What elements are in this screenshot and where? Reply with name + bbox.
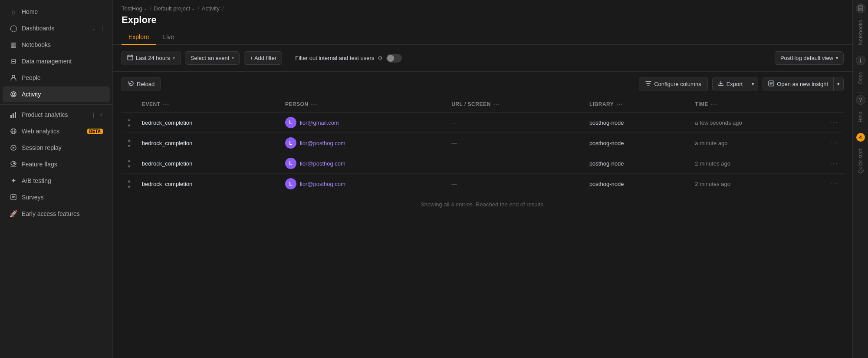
add-filter-button[interactable]: + Add filter [244, 51, 282, 65]
sidebar-item-label: Data management [22, 58, 103, 65]
notebooks-panel-icon[interactable] [856, 3, 865, 13]
event-filter-button[interactable]: Select an event ▾ [185, 51, 240, 65]
sidebar-item-ab-testing[interactable]: ✦ A/B testing [3, 173, 110, 189]
open-insight-button[interactable]: Open as new insight [763, 77, 833, 91]
url-col-options[interactable]: ··· [493, 101, 500, 108]
breadcrumb-project[interactable]: Default project ⌄ [154, 5, 195, 12]
row-options-button[interactable]: ··· [830, 119, 838, 126]
export-icon [718, 80, 724, 88]
svg-rect-3 [10, 115, 12, 118]
info-icon[interactable]: ℹ [856, 56, 865, 65]
table-row[interactable]: ▲ ▼ bedrock_completion L lior@posthog.co… [122, 174, 844, 194]
person-cell: L lior@posthog.com [280, 133, 446, 153]
time-filter-button[interactable]: Last 24 hours ▾ [122, 51, 181, 65]
help-panel-label[interactable]: Help [854, 106, 867, 128]
add-product-analytics-icon[interactable]: + [99, 111, 103, 118]
breadcrumb-activity[interactable]: Activity [202, 5, 220, 12]
person-cell: L lior@posthog.com [280, 153, 446, 174]
person-email[interactable]: lior@posthog.com [300, 140, 345, 146]
chevron-down-icon: ⌄ [92, 26, 95, 31]
expand-up-icon: ▲ [127, 158, 132, 163]
sidebar-item-dashboards[interactable]: ◯ Dashboards ⌄ | [3, 20, 110, 36]
time-col-options[interactable]: ··· [711, 101, 717, 108]
person-email[interactable]: lior@posthog.com [300, 181, 345, 187]
sidebar-item-home[interactable]: ⌂ Home [3, 4, 110, 20]
row-options-button[interactable]: ··· [830, 159, 838, 167]
configure-label: Configure columns [654, 81, 701, 87]
th-url: URL / SCREEN ··· [446, 96, 584, 113]
panel-sep3 [855, 130, 866, 130]
sidebar-item-activity[interactable]: Activity [3, 86, 110, 102]
event-name-cell: bedrock_completion [137, 133, 280, 153]
library-col-options[interactable]: ··· [616, 101, 623, 108]
export-button[interactable]: Export [713, 77, 748, 91]
sidebar-item-label: Activity [22, 91, 103, 98]
tab-explore[interactable]: Explore [122, 30, 156, 45]
activity-icon [10, 90, 17, 98]
event-col-options[interactable]: ··· [163, 101, 169, 108]
avatar: L [285, 178, 296, 189]
breadcrumb-testhog[interactable]: TestHog ⌄ [122, 5, 147, 12]
chevron-down-icon: ▾ [232, 56, 234, 60]
sidebar-item-people[interactable]: People [3, 70, 110, 86]
reload-button[interactable]: Reload [122, 77, 161, 91]
table-row[interactable]: ▲ ▼ bedrock_completion L lior@posthog.co… [122, 133, 844, 153]
person-email[interactable]: lior@gmail.com [300, 119, 339, 126]
notification-count[interactable]: 4 [856, 133, 865, 142]
export-dropdown-button[interactable]: ▾ [748, 77, 758, 91]
filter-out-toggle[interactable] [386, 54, 402, 63]
early-access-icon: 🚀 [10, 210, 17, 218]
event-filter-label: Select an event [191, 55, 230, 61]
docs-panel-label[interactable]: Docs [854, 67, 867, 89]
sidebar-item-session-replay[interactable]: Session replay [3, 140, 110, 156]
sidebar-item-feature-flags[interactable]: Feature flags [3, 156, 110, 172]
open-insight-label: Open as new insight [777, 81, 828, 87]
sidebar-item-label: Product analytics [22, 111, 87, 118]
sidebar-item-notebooks[interactable]: ▦ Notebooks [3, 37, 110, 53]
row-options-button[interactable]: ··· [830, 139, 838, 146]
feature-flags-icon [10, 160, 17, 168]
table-row[interactable]: ▲ ▼ bedrock_completion L lior@gmail.com … [122, 113, 844, 133]
th-time: TIME ··· [690, 96, 825, 113]
surveys-icon [10, 193, 17, 201]
sidebar-item-data-management[interactable]: ⊟ Data management [3, 53, 110, 69]
sidebar-item-label: Notebooks [22, 41, 103, 48]
table-header: EVENT ··· PERSON ··· URL / SCREEN [122, 96, 844, 113]
tab-live[interactable]: Live [156, 30, 181, 45]
row-expand-button[interactable]: ▲ ▼ [127, 137, 132, 149]
row-expand-button[interactable]: ▲ ▼ [127, 158, 132, 169]
configure-columns-button[interactable]: Configure columns [639, 77, 707, 91]
person-col-options[interactable]: ··· [311, 101, 318, 108]
sidebar-item-label: A/B testing [22, 177, 103, 184]
sidebar-item-label: Web analytics [22, 128, 83, 135]
insight-dropdown-button[interactable]: ▾ [833, 77, 843, 91]
pipe-separator: | [102, 25, 103, 31]
breadcrumb-sep: / [222, 5, 224, 12]
help-icon[interactable]: ? [856, 95, 865, 105]
sidebar-item-product-analytics[interactable]: Product analytics | + [3, 107, 110, 123]
svg-rect-5 [15, 112, 16, 118]
sidebar-item-label: Feature flags [22, 161, 103, 168]
sidebar-item-surveys[interactable]: Surveys [3, 189, 110, 205]
row-expand-button[interactable]: ▲ ▼ [127, 178, 132, 189]
library-cell: posthog-node [584, 174, 690, 194]
page-header: TestHog ⌄ / Default project ⌄ / Activity… [113, 0, 852, 45]
th-event: EVENT ··· [137, 96, 280, 113]
person-email[interactable]: lior@posthog.com [300, 160, 345, 167]
table-row[interactable]: ▲ ▼ bedrock_completion L lior@posthog.co… [122, 153, 844, 174]
library-cell: posthog-node [584, 133, 690, 153]
row-expand-cell: ▲ ▼ [122, 174, 137, 194]
quick-start-panel-label[interactable]: Quick start [854, 143, 867, 179]
sidebar-item-web-analytics[interactable]: Web analytics BETA [3, 123, 110, 139]
gear-icon[interactable]: ⚙ [378, 55, 383, 61]
sidebar-item-early-access[interactable]: 🚀 Early access features [3, 206, 110, 222]
row-options-button[interactable]: ··· [830, 180, 838, 187]
avatar: L [285, 117, 296, 128]
view-select-button[interactable]: PostHog default view ▾ [775, 51, 844, 65]
chevron-down-icon: ▾ [752, 81, 754, 87]
sidebar-item-label: Session replay [22, 144, 103, 151]
sidebar-item-label: Early access features [22, 210, 103, 217]
row-expand-button[interactable]: ▲ ▼ [127, 117, 132, 128]
notebooks-panel-label[interactable]: Notebooks [854, 15, 867, 50]
toggle-knob [387, 55, 394, 62]
